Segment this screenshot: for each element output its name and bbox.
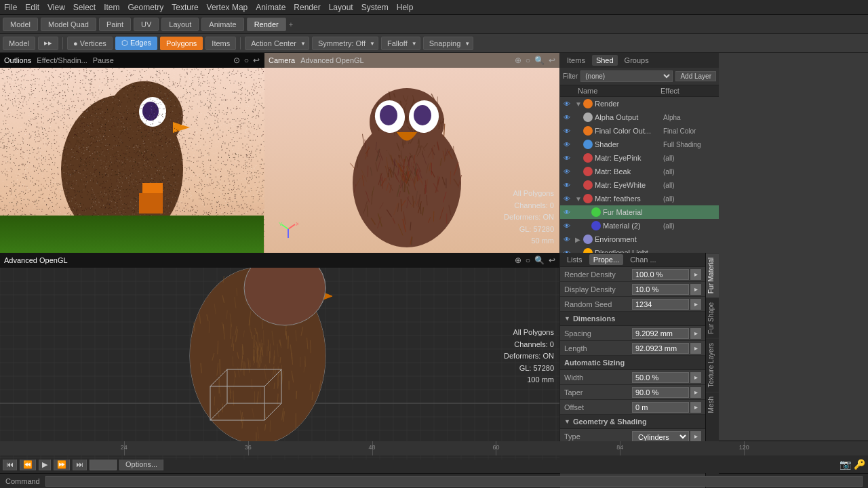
tb-paint[interactable]: Paint bbox=[99, 18, 131, 31]
tb-modelquad[interactable]: Model Quad bbox=[41, 18, 96, 31]
tree-row-feathers[interactable]: 👁 ▼ Matr: feathers (all) bbox=[560, 192, 719, 205]
tb-layout[interactable]: Layout bbox=[161, 18, 199, 31]
symmetry-btn[interactable]: Symmetry: Off bbox=[312, 37, 378, 50]
value-render-density[interactable]: 100.0 % bbox=[632, 269, 689, 280]
add-layer-btn[interactable]: Add Layer bbox=[675, 71, 716, 81]
tb-plus[interactable]: + bbox=[289, 20, 293, 28]
menu-layout[interactable]: Layout bbox=[329, 3, 353, 12]
value-display-density[interactable]: 10.0 % bbox=[632, 284, 689, 295]
btn-render-density[interactable]: ▸ bbox=[690, 269, 701, 280]
bottom-vp-icon2[interactable]: ○ bbox=[526, 256, 530, 265]
value-taper[interactable]: 90.0 % bbox=[632, 387, 689, 398]
menu-view[interactable]: View bbox=[47, 3, 65, 12]
r-tab-items[interactable]: Items bbox=[563, 55, 589, 66]
menu-file[interactable]: File bbox=[4, 3, 17, 12]
timeline-track[interactable]: 2436486084120 bbox=[0, 441, 868, 455]
eye-mat2[interactable]: 👁 bbox=[561, 220, 572, 231]
eye-beak[interactable]: 👁 bbox=[561, 166, 572, 177]
menu-geometry[interactable]: Geometry bbox=[128, 3, 164, 12]
tl-frame-input[interactable]: 0 bbox=[90, 458, 117, 470]
eye-eyepink[interactable]: 👁 bbox=[561, 152, 572, 163]
mode-polygons[interactable]: Polygons bbox=[160, 37, 203, 50]
cam-icon-circle[interactable]: ○ bbox=[526, 56, 530, 65]
mode-items[interactable]: Items bbox=[205, 37, 236, 50]
mode-model[interactable]: Model bbox=[3, 37, 35, 50]
btn-taper[interactable]: ▸ bbox=[690, 387, 701, 398]
tl-next[interactable]: ⏩ bbox=[54, 458, 70, 470]
command-input[interactable] bbox=[45, 476, 863, 487]
eye-eyewhite[interactable]: 👁 bbox=[561, 180, 572, 190]
menu-vertexmap[interactable]: Vertex Map bbox=[207, 3, 248, 12]
cam-icon-axes[interactable]: ⊕ bbox=[515, 56, 521, 65]
menu-render[interactable]: Render bbox=[294, 3, 320, 12]
tree-row-beak[interactable]: 👁 Matr: Beak (all) bbox=[560, 165, 719, 178]
eye-finalcolor[interactable]: 👁 bbox=[561, 125, 572, 136]
vp-tab-effect[interactable]: Effect/Shadin... bbox=[37, 56, 87, 64]
cam-tab-camera[interactable]: Camera bbox=[269, 56, 295, 64]
value-random-seed[interactable]: 1234 bbox=[632, 299, 689, 310]
eye-light[interactable]: 👁 bbox=[561, 247, 572, 253]
bottom-vp-icon3[interactable]: 🔍 bbox=[534, 256, 545, 265]
side-tab-furmaterial[interactable]: Fur Material bbox=[706, 253, 719, 298]
tree-row-shader[interactable]: 👁 Shader Full Shading bbox=[560, 138, 719, 151]
r-tab-groups[interactable]: Groups bbox=[620, 55, 653, 66]
tl-options[interactable]: Options... bbox=[119, 458, 163, 470]
value-type[interactable]: Cylinders bbox=[632, 431, 689, 442]
btn-width[interactable]: ▸ bbox=[690, 372, 701, 383]
tb-render[interactable]: Render bbox=[247, 18, 286, 31]
section-dimensions-arrow[interactable]: ▼ bbox=[564, 315, 570, 322]
falloff-btn[interactable]: Falloff bbox=[381, 37, 420, 50]
value-offset[interactable]: 0 m bbox=[632, 402, 689, 413]
filter-select[interactable]: (none) bbox=[580, 70, 673, 82]
vp-icon-cam[interactable]: ⊙ bbox=[233, 56, 240, 65]
tree-row-mat2[interactable]: 👁 Material (2) (all) bbox=[560, 219, 719, 232]
props-tab-chan[interactable]: Chan ... bbox=[626, 254, 660, 265]
side-tab-texturelayers[interactable]: Texture Layers bbox=[706, 338, 719, 392]
menu-help[interactable]: Help bbox=[397, 3, 414, 12]
tree-row-env[interactable]: 👁 ▶ Environment bbox=[560, 232, 719, 246]
menu-item[interactable]: Item bbox=[104, 3, 119, 12]
btn-offset[interactable]: ▸ bbox=[690, 402, 701, 413]
bottom-tab-opengl[interactable]: Advanced OpenGL bbox=[4, 256, 68, 264]
menu-edit[interactable]: Edit bbox=[25, 3, 39, 12]
eye-env[interactable]: 👁 bbox=[561, 234, 572, 245]
mode-arrow[interactable]: ▸▸ bbox=[38, 37, 58, 50]
expand-render[interactable]: ▼ bbox=[575, 100, 583, 108]
eye-shader[interactable]: 👁 bbox=[561, 139, 572, 150]
r-tab-shad[interactable]: Shed bbox=[592, 55, 618, 66]
tree-row-eyepink[interactable]: 👁 Matr: EyePink (all) bbox=[560, 151, 719, 165]
btn-type[interactable]: ▸ bbox=[690, 431, 701, 442]
tl-end[interactable]: ⏭ bbox=[73, 458, 87, 470]
eye-feathers[interactable]: 👁 bbox=[561, 193, 572, 204]
tl-play[interactable]: ▶ bbox=[39, 458, 51, 470]
vp-icon-arrow[interactable]: ↩ bbox=[253, 56, 260, 65]
tree-row-render[interactable]: 👁 ▼ Render bbox=[560, 97, 719, 110]
mode-edges[interactable]: ⬡ Edges bbox=[115, 37, 157, 50]
tl-icon-key[interactable]: 🔑 bbox=[854, 459, 865, 470]
value-spacing[interactable]: 9.2092 mm bbox=[632, 328, 689, 339]
vp-tab-pause[interactable]: Pause bbox=[93, 56, 114, 64]
menu-system[interactable]: System bbox=[361, 3, 389, 12]
tree-row-light[interactable]: 👁 Directional Light bbox=[560, 246, 719, 253]
side-tab-furshape[interactable]: Fur Shape bbox=[706, 298, 719, 338]
side-tab-mesh[interactable]: Mesh bbox=[706, 392, 719, 417]
menu-animate[interactable]: Animate bbox=[256, 3, 285, 12]
tree-row-furmaterial[interactable]: 👁 Fur Material bbox=[560, 205, 719, 219]
btn-display-density[interactable]: ▸ bbox=[690, 284, 701, 295]
eye-alpha[interactable]: 👁 bbox=[561, 112, 572, 123]
btn-random-seed[interactable]: ▸ bbox=[690, 299, 701, 310]
btn-length[interactable]: ▸ bbox=[690, 343, 701, 354]
vp-icon-circle[interactable]: ○ bbox=[244, 56, 249, 65]
section-geo-arrow[interactable]: ▼ bbox=[564, 418, 570, 425]
cam-icon-arrow[interactable]: ↩ bbox=[549, 56, 555, 65]
mode-vertices[interactable]: ● Vertices bbox=[67, 37, 113, 50]
props-tab-lists[interactable]: Lists bbox=[563, 254, 587, 265]
vp-tab-outlions[interactable]: Outlions bbox=[4, 56, 31, 64]
menu-texture[interactable]: Texture bbox=[172, 3, 198, 12]
value-width[interactable]: 50.0 % bbox=[632, 372, 689, 383]
btn-spacing[interactable]: ▸ bbox=[690, 328, 701, 339]
tl-start[interactable]: ⏮ bbox=[3, 458, 17, 470]
value-length[interactable]: 92.0923 mm bbox=[632, 343, 689, 354]
cam-icon-search[interactable]: 🔍 bbox=[534, 56, 545, 65]
tb-animate[interactable]: Animate bbox=[201, 18, 243, 31]
